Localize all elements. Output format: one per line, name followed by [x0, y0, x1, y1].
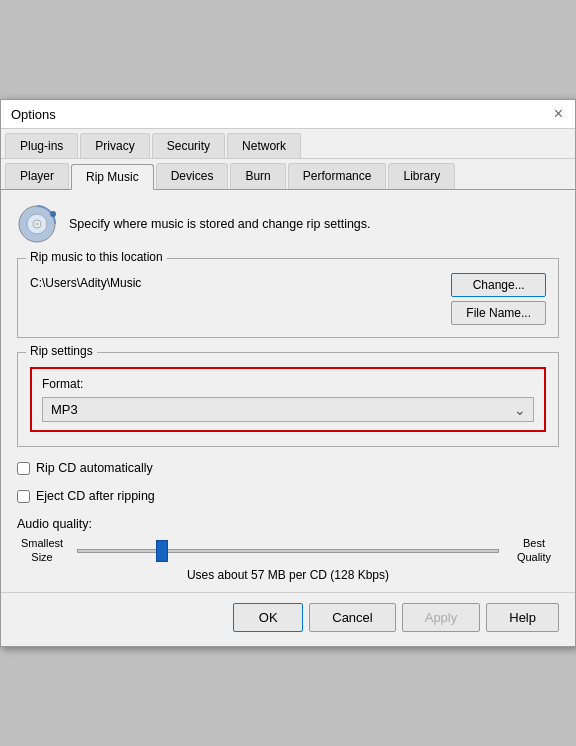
- main-content: Specify where music is stored and change…: [1, 190, 575, 591]
- tab-plugins[interactable]: Plug-ins: [5, 133, 78, 158]
- slider-min-label: SmallestSize: [17, 537, 67, 563]
- format-select-wrapper: MP3 WAV (Lossless) Windows Media Audio: [42, 397, 534, 422]
- rip-cd-auto-row: Rip CD automatically: [17, 461, 559, 475]
- format-select[interactable]: MP3 WAV (Lossless) Windows Media Audio: [42, 397, 534, 422]
- audio-quality-section: Audio quality: SmallestSize BestQuality …: [17, 517, 559, 581]
- svg-point-4: [50, 211, 56, 217]
- slider-fill: [78, 550, 162, 552]
- tabs-row-1: Plug-ins Privacy Security Network: [1, 129, 575, 159]
- info-description: Specify where music is stored and change…: [69, 217, 371, 231]
- eject-cd-checkbox[interactable]: [17, 490, 30, 503]
- tab-player[interactable]: Player: [5, 163, 69, 189]
- eject-cd-label[interactable]: Eject CD after ripping: [36, 489, 155, 503]
- location-path: C:\Users\Adity\Music: [30, 273, 441, 293]
- slider-max-label: BestQuality: [509, 537, 559, 563]
- slider-row: SmallestSize BestQuality: [17, 537, 559, 563]
- ok-button[interactable]: OK: [233, 603, 303, 632]
- cd-icon: [17, 204, 57, 244]
- tab-burn[interactable]: Burn: [230, 163, 285, 189]
- slider-info: Uses about 57 MB per CD (128 Kbps): [17, 568, 559, 582]
- cancel-button[interactable]: Cancel: [309, 603, 395, 632]
- apply-button[interactable]: Apply: [402, 603, 481, 632]
- footer: OK Cancel Apply Help: [1, 592, 575, 646]
- slider-track[interactable]: [77, 549, 499, 553]
- tab-security[interactable]: Security: [152, 133, 225, 158]
- file-name-button[interactable]: File Name...: [451, 301, 546, 325]
- help-button[interactable]: Help: [486, 603, 559, 632]
- location-row: C:\Users\Adity\Music Change... File Name…: [30, 273, 546, 325]
- slider-thumb[interactable]: [156, 540, 168, 562]
- dialog-title: Options: [11, 107, 56, 122]
- rip-cd-auto-label[interactable]: Rip CD automatically: [36, 461, 153, 475]
- tab-performance[interactable]: Performance: [288, 163, 387, 189]
- options-dialog: Options × Plug-ins Privacy Security Netw…: [0, 99, 576, 646]
- svg-point-3: [35, 222, 39, 226]
- change-button[interactable]: Change...: [451, 273, 546, 297]
- tab-library[interactable]: Library: [388, 163, 455, 189]
- close-icon[interactable]: ×: [552, 106, 565, 122]
- rip-settings-label: Rip settings: [26, 344, 97, 358]
- rip-location-label: Rip music to this location: [26, 250, 167, 264]
- tabs-row-2: Player Rip Music Devices Burn Performanc…: [1, 159, 575, 190]
- rip-settings-group: Rip settings Format: MP3 WAV (Lossless) …: [17, 352, 559, 447]
- audio-quality-label: Audio quality:: [17, 517, 559, 531]
- info-row: Specify where music is stored and change…: [17, 204, 559, 244]
- tab-rip-music[interactable]: Rip Music: [71, 164, 154, 190]
- rip-cd-auto-checkbox[interactable]: [17, 462, 30, 475]
- eject-cd-row: Eject CD after ripping: [17, 489, 559, 503]
- tab-network[interactable]: Network: [227, 133, 301, 158]
- format-section: Format: MP3 WAV (Lossless) Windows Media…: [30, 367, 546, 432]
- location-buttons: Change... File Name...: [451, 273, 546, 325]
- title-bar: Options ×: [1, 100, 575, 129]
- format-label: Format:: [42, 377, 534, 391]
- tab-privacy[interactable]: Privacy: [80, 133, 149, 158]
- tab-devices[interactable]: Devices: [156, 163, 229, 189]
- rip-location-group: Rip music to this location C:\Users\Adit…: [17, 258, 559, 338]
